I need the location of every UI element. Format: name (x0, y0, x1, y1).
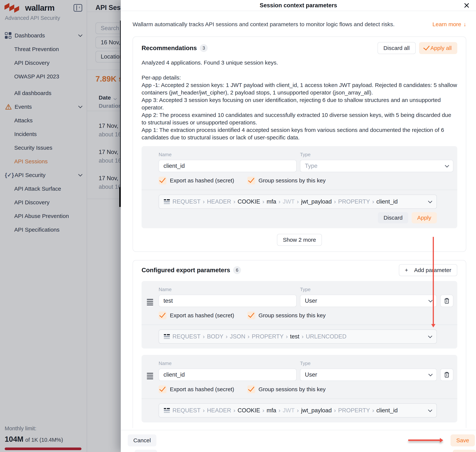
show-more-button[interactable]: Show 2 more (277, 234, 322, 246)
drag-handle-icon[interactable] (147, 299, 153, 305)
name-label: Name (159, 360, 297, 366)
source-path-select[interactable]: REQUEST› HEADER› COOKIE› mfa› JWT› jwt_p… (159, 195, 437, 209)
cancel-button[interactable]: Cancel (128, 434, 156, 446)
param-type-select[interactable]: Type (300, 160, 453, 172)
name-label: Name (159, 287, 297, 292)
request-path-icon (164, 334, 170, 339)
type-label: Type (300, 360, 437, 366)
recommendation-item: Name Type Type Export as hashed ( (142, 146, 457, 228)
check-icon (423, 44, 429, 50)
request-path-icon (164, 199, 170, 204)
type-label: Type (300, 287, 437, 292)
chevron-down-icon (428, 334, 432, 338)
export-hashed-checkbox[interactable]: Export as hashed (secret) (159, 312, 234, 319)
checkbox-checked-icon (159, 386, 166, 393)
checkbox-checked-icon (159, 177, 166, 185)
recommendations-summary: Analyzed 4 applications. Found 3 unique … (142, 59, 457, 141)
recommendations-count-badge: 3 (200, 44, 208, 52)
recommendations-card: Recommendations 3 Discard all Apply all … (133, 36, 466, 252)
param-type-select[interactable]: User (300, 295, 437, 307)
export-hashed-checkbox[interactable]: Export as hashed (secret) (159, 386, 234, 393)
delete-parameter-button[interactable] (440, 295, 453, 307)
chevron-down-icon (428, 408, 432, 412)
discard-button[interactable]: Discard (378, 212, 408, 223)
modal-title: Session context parameters (260, 2, 337, 9)
learn-more-link[interactable]: Learn more↓ (433, 21, 466, 27)
group-sessions-checkbox[interactable]: Group sessions by this key (247, 386, 326, 393)
modal-footer: Cancel Save (121, 430, 476, 452)
group-sessions-checkbox[interactable]: Group sessions by this key (247, 312, 326, 319)
configured-parameters-title: Configured export parameters 6 (142, 266, 241, 274)
configured-parameter-item: Name Type User (142, 281, 457, 349)
add-parameter-button[interactable]: + Add parameter (399, 264, 457, 276)
checkbox-checked-icon (247, 177, 255, 185)
chevron-down-icon (428, 372, 433, 376)
configured-count-badge: 6 (233, 266, 241, 274)
annotation-arrow-horizontal (408, 439, 440, 441)
cutoff-button-partial (135, 450, 157, 452)
recommendations-title: Recommendations 3 (142, 44, 208, 52)
cutoff-button-partial (453, 450, 476, 452)
delete-parameter-button[interactable] (440, 369, 453, 381)
checkbox-checked-icon (247, 312, 255, 319)
export-hashed-checkbox[interactable]: Export as hashed (secret) (159, 177, 234, 185)
request-path-icon (164, 408, 170, 413)
trash-icon (444, 298, 450, 304)
chevron-down-icon (428, 199, 432, 203)
plus-icon: + (405, 267, 408, 273)
trash-icon (444, 372, 450, 378)
close-icon[interactable] (464, 2, 470, 8)
discard-all-button[interactable]: Discard all (378, 42, 416, 54)
param-type-select[interactable]: User (300, 369, 437, 381)
type-label: Type (300, 152, 453, 158)
source-path-select[interactable]: REQUEST› BODY› JSON› PROPERTY› test› URL… (159, 329, 437, 344)
apply-all-button[interactable]: Apply all (419, 42, 457, 54)
name-label: Name (159, 152, 297, 158)
source-path-select[interactable]: REQUEST› HEADER› COOKIE› mfa› JWT› jwt_p… (159, 403, 437, 418)
param-name-input[interactable] (159, 295, 297, 307)
modal-description: Wallarm automatically tracks API session… (133, 21, 394, 27)
param-name-input[interactable] (159, 160, 297, 172)
chevron-down-icon (428, 298, 433, 302)
apply-button[interactable]: Apply (412, 212, 437, 223)
drag-handle-icon[interactable] (147, 373, 153, 379)
group-sessions-checkbox[interactable]: Group sessions by this key (247, 177, 326, 185)
session-context-parameters-modal: Session context parameters Wallarm autom… (121, 0, 476, 452)
modal-backdrop[interactable] (0, 0, 121, 452)
arrow-down-icon: ↓ (463, 21, 466, 27)
configured-parameter-item: Name Type User (142, 355, 457, 422)
annotation-arrow-vertical (433, 237, 434, 324)
save-button[interactable]: Save (450, 434, 475, 446)
chevron-down-icon (445, 163, 449, 167)
param-name-input[interactable] (159, 369, 297, 381)
configured-parameters-card: Configured export parameters 6 + Add par… (133, 260, 466, 428)
checkbox-checked-icon (159, 312, 166, 319)
checkbox-checked-icon (247, 386, 255, 393)
